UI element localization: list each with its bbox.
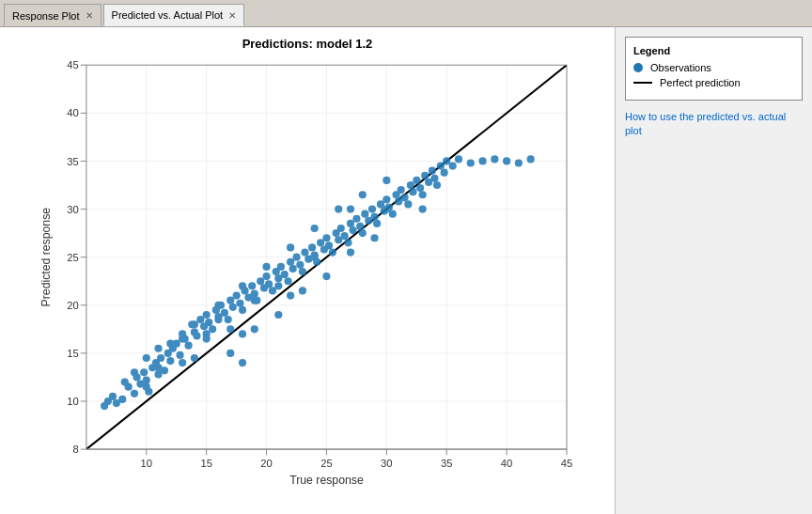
svg-point-113 xyxy=(398,186,405,194)
svg-point-46 xyxy=(196,316,204,323)
svg-text:Predicted response: Predicted response xyxy=(39,208,53,307)
svg-point-129 xyxy=(449,162,457,169)
svg-point-88 xyxy=(322,234,330,241)
svg-point-78 xyxy=(292,254,300,261)
tab-predicted-actual-close[interactable]: ✕ xyxy=(228,10,236,21)
svg-point-120 xyxy=(419,191,427,198)
svg-point-93 xyxy=(337,225,345,232)
svg-point-74 xyxy=(281,271,289,278)
svg-point-127 xyxy=(441,169,448,177)
tab-response-plot-close[interactable]: ✕ xyxy=(86,10,93,21)
svg-point-24 xyxy=(131,390,138,397)
svg-point-108 xyxy=(383,195,390,203)
svg-point-124 xyxy=(430,175,438,182)
svg-point-95 xyxy=(344,239,351,246)
svg-point-162 xyxy=(347,205,354,212)
svg-point-128 xyxy=(443,157,450,164)
svg-point-130 xyxy=(455,155,462,163)
svg-point-77 xyxy=(289,265,297,273)
svg-text:10: 10 xyxy=(141,458,153,469)
svg-text:15: 15 xyxy=(67,348,79,359)
svg-text:15: 15 xyxy=(200,458,212,469)
svg-point-105 xyxy=(373,220,381,227)
svg-point-59 xyxy=(236,300,243,307)
svg-point-83 xyxy=(308,243,316,251)
svg-point-28 xyxy=(143,376,150,383)
svg-point-39 xyxy=(176,351,183,359)
tab-predicted-actual[interactable]: Predicted vs. Actual Plot ✕ xyxy=(103,4,245,26)
svg-point-79 xyxy=(296,261,304,269)
svg-point-99 xyxy=(356,223,364,230)
svg-point-159 xyxy=(239,330,246,337)
svg-point-97 xyxy=(349,226,356,234)
svg-point-136 xyxy=(527,155,535,163)
svg-point-80 xyxy=(299,268,306,275)
svg-point-104 xyxy=(370,213,378,221)
svg-point-57 xyxy=(229,304,237,311)
svg-text:35: 35 xyxy=(67,156,79,167)
svg-point-115 xyxy=(404,200,412,208)
observation-dot-icon xyxy=(633,63,643,72)
svg-point-23 xyxy=(125,383,133,391)
svg-point-36 xyxy=(166,357,174,365)
svg-point-123 xyxy=(429,167,436,175)
svg-point-138 xyxy=(179,359,186,366)
svg-point-119 xyxy=(416,184,424,192)
svg-point-161 xyxy=(311,254,319,261)
svg-text:True response: True response xyxy=(289,474,364,487)
plot-title: Predictions: model 1.2 xyxy=(9,37,605,51)
svg-point-166 xyxy=(203,330,211,337)
svg-point-150 xyxy=(191,320,198,328)
svg-point-90 xyxy=(329,248,336,256)
svg-point-146 xyxy=(370,234,378,241)
svg-point-117 xyxy=(409,188,416,195)
svg-point-76 xyxy=(287,258,294,266)
chart-container: 10 15 20 25 30 35 40 45 xyxy=(9,55,605,488)
svg-text:40: 40 xyxy=(67,107,79,118)
svg-point-155 xyxy=(311,225,319,232)
svg-point-164 xyxy=(419,205,427,212)
legend-observations-label: Observations xyxy=(650,62,711,73)
svg-point-45 xyxy=(193,332,200,339)
svg-point-141 xyxy=(251,325,258,333)
svg-point-160 xyxy=(274,282,282,289)
svg-point-55 xyxy=(225,316,232,323)
svg-point-60 xyxy=(239,306,246,314)
svg-point-49 xyxy=(205,319,212,326)
svg-point-68 xyxy=(262,273,270,280)
tab-response-plot-label: Response Plot xyxy=(12,10,80,22)
plot-area: Predictions: model 1.2 xyxy=(0,27,615,514)
svg-point-118 xyxy=(413,177,420,184)
svg-point-151 xyxy=(214,302,222,309)
svg-point-140 xyxy=(226,350,234,357)
help-link[interactable]: How to use the predicted vs. actual plot xyxy=(625,111,786,136)
svg-point-172 xyxy=(214,316,222,323)
legend-item-perfect: Perfect prediction xyxy=(633,77,794,88)
svg-point-54 xyxy=(221,309,228,317)
perfect-prediction-line-icon xyxy=(633,82,652,84)
svg-point-157 xyxy=(359,191,367,198)
svg-point-70 xyxy=(269,287,276,294)
tab-bar: Response Plot ✕ Predicted vs. Actual Plo… xyxy=(0,0,812,26)
svg-point-131 xyxy=(467,159,475,166)
svg-text:35: 35 xyxy=(441,458,453,469)
svg-point-19 xyxy=(109,393,117,400)
svg-point-171 xyxy=(251,297,258,304)
svg-point-56 xyxy=(226,297,234,304)
svg-point-135 xyxy=(515,159,523,166)
svg-point-121 xyxy=(421,172,429,179)
scatter-plot: 10 15 20 25 30 35 40 45 xyxy=(9,55,605,488)
tab-response-plot[interactable]: Response Plot ✕ xyxy=(4,4,102,26)
svg-point-96 xyxy=(347,220,354,227)
svg-text:20: 20 xyxy=(67,300,79,311)
svg-point-145 xyxy=(347,248,354,256)
svg-point-126 xyxy=(437,162,445,169)
svg-point-134 xyxy=(503,157,510,164)
svg-point-114 xyxy=(400,194,408,201)
legend-box: Legend Observations Perfect prediction xyxy=(625,37,803,101)
svg-point-66 xyxy=(257,277,264,285)
svg-text:40: 40 xyxy=(501,458,513,469)
svg-point-137 xyxy=(154,345,162,352)
svg-point-69 xyxy=(265,280,273,288)
svg-point-158 xyxy=(383,177,390,184)
